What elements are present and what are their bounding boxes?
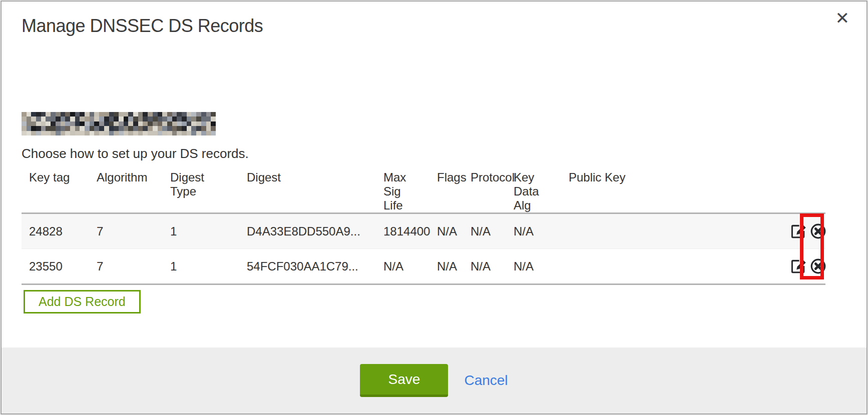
cell-algorithm: 7	[89, 214, 163, 249]
cancel-link[interactable]: Cancel	[464, 372, 508, 388]
cell-max-sig-life: N/A	[376, 249, 429, 284]
column-header-digest: Digest	[239, 166, 376, 214]
page-title: Manage DNSSEC DS Records	[22, 16, 263, 36]
table-row: 24828 7 1 D4A33E8DD550A9... 1814400 N/A …	[22, 214, 825, 249]
row-actions	[782, 249, 825, 284]
column-header-key-tag: Key tag	[22, 166, 89, 214]
cell-flags: N/A	[429, 249, 463, 284]
ds-records-table: Key tag Algorithm Digest Type Digest Max…	[22, 166, 825, 285]
manage-dnssec-modal: Manage DNSSEC DS Records ✕ Choose how to…	[1, 0, 867, 414]
edit-record-icon[interactable]	[790, 223, 806, 240]
cell-digest: D4A33E8DD550A9...	[239, 214, 376, 249]
cell-digest-type: 1	[163, 249, 239, 284]
column-header-max-sig-life: Max Sig Life	[376, 166, 429, 214]
column-header-digest-type: Digest Type	[163, 166, 239, 214]
instruction-text: Choose how to set up your DS records.	[22, 146, 249, 162]
column-header-algorithm: Algorithm	[89, 166, 163, 214]
delete-record-icon[interactable]	[809, 222, 827, 240]
delete-record-icon[interactable]	[809, 257, 827, 276]
cell-protocol: N/A	[463, 214, 506, 249]
cell-public-key	[561, 249, 782, 284]
column-header-public-key: Public Key	[561, 166, 782, 214]
cell-key-data-alg: N/A	[506, 214, 561, 249]
add-ds-record-button[interactable]: Add DS Record	[24, 290, 141, 314]
close-icon[interactable]: ✕	[835, 10, 850, 26]
cell-public-key	[561, 214, 782, 249]
cell-max-sig-life: 1814400	[376, 214, 429, 249]
table-row: 23550 7 1 54FCF030AA1C79... N/A N/A N/A …	[22, 249, 825, 284]
redacted-domain-name	[22, 112, 216, 136]
row-actions	[782, 214, 825, 249]
column-header-key-data-alg: Key Data Alg	[506, 166, 561, 214]
edit-record-icon[interactable]	[790, 258, 806, 274]
modal-footer: Save Cancel	[2, 348, 866, 414]
column-header-actions	[782, 166, 825, 214]
save-button[interactable]: Save	[360, 364, 448, 397]
column-header-protocol: Protocol	[463, 166, 506, 214]
cell-flags: N/A	[429, 214, 463, 249]
cell-key-tag: 24828	[22, 214, 89, 249]
cell-digest: 54FCF030AA1C79...	[239, 249, 376, 284]
cell-key-tag: 23550	[22, 249, 89, 284]
cell-digest-type: 1	[163, 214, 239, 249]
cell-key-data-alg: N/A	[506, 249, 561, 284]
table-header-row: Key tag Algorithm Digest Type Digest Max…	[22, 166, 825, 214]
column-header-flags: Flags	[429, 166, 463, 214]
cell-protocol: N/A	[463, 249, 506, 284]
cell-algorithm: 7	[89, 249, 163, 284]
